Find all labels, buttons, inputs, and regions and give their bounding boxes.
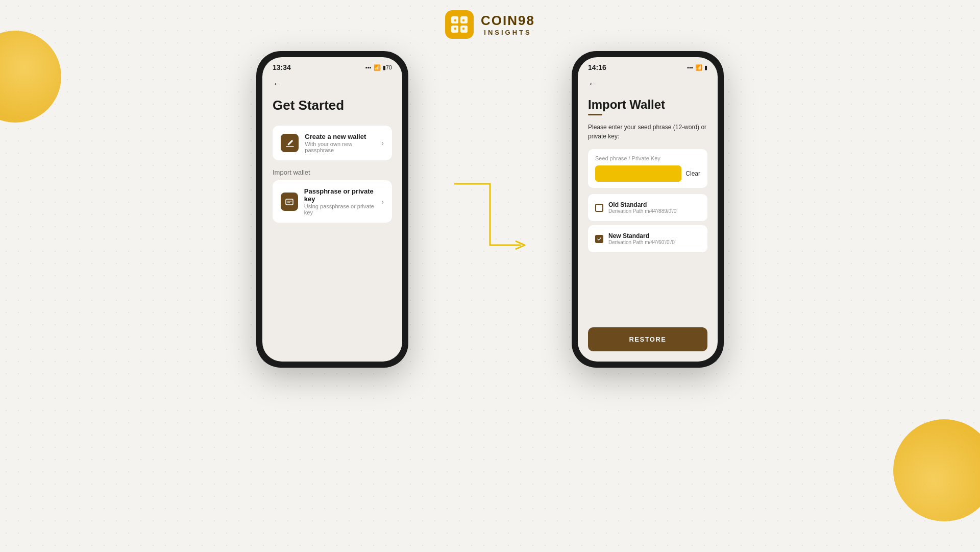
create-wallet-subtitle: With your own new passphrase — [305, 141, 381, 153]
battery-icon: ▮70 — [383, 64, 392, 71]
svg-rect-7 — [462, 28, 464, 30]
deco-circle-left — [0, 31, 61, 123]
old-standard-path: Derivation Path m/44'/889/0'/0' — [608, 208, 677, 214]
create-wallet-title: Create a new wallet — [305, 133, 381, 140]
seed-input-label: Seed phrase / Private Key — [595, 155, 700, 161]
svg-rect-8 — [286, 199, 293, 205]
phone-import-wallet: 14:16 ▪▪▪ 📶 ▮ ← Import Wallet Please ent… — [572, 51, 724, 368]
wifi-icon-2: 📶 — [695, 64, 702, 71]
phone1-content: ← Get Started Create a new wallet — [262, 75, 402, 362]
new-standard-option[interactable]: New Standard Derivation Path m/44'/60'/0… — [588, 225, 707, 252]
phone1-screen: 13:34 ▪▪▪ 📶 ▮70 ← Get Started — [262, 57, 402, 362]
phone2-content: ← Import Wallet Please enter your seed p… — [578, 75, 718, 362]
wifi-icon: 📶 — [374, 64, 381, 71]
phone2-page-title: Import Wallet — [588, 98, 707, 112]
signal-icon: ▪▪▪ — [365, 64, 372, 70]
arrow-connector — [449, 153, 531, 266]
import-description: Please enter your seed phrase (12-word) … — [588, 123, 707, 141]
logo-icon — [445, 10, 474, 39]
phone1-time: 13:34 — [273, 63, 291, 71]
create-wallet-chevron: › — [381, 139, 384, 147]
phone2-status-bar: 14:16 ▪▪▪ 📶 ▮ — [578, 57, 718, 75]
new-standard-checkbox[interactable] — [595, 235, 603, 243]
battery-icon-2: ▮ — [704, 64, 707, 71]
phones-container: 13:34 ▪▪▪ 📶 ▮70 ← Get Started — [256, 51, 724, 368]
old-standard-label: Old Standard — [608, 201, 677, 208]
passphrase-item[interactable]: Passphrase or private key Using passphra… — [273, 180, 392, 223]
seed-phrase-container: Seed phrase / Private Key Clear — [588, 149, 707, 188]
signal-icon-2: ▪▪▪ — [687, 64, 693, 70]
clear-button[interactable]: Clear — [685, 170, 700, 177]
svg-rect-6 — [454, 28, 456, 30]
old-standard-checkbox[interactable] — [595, 204, 603, 212]
old-standard-text: Old Standard Derivation Path m/44'/889/0… — [608, 201, 677, 214]
phone1-status-bar: 13:34 ▪▪▪ 📶 ▮70 — [262, 57, 402, 75]
create-wallet-text: Create a new wallet With your own new pa… — [305, 133, 381, 153]
logo-insights-label: INSIGHTS — [481, 29, 535, 36]
phone-get-started: 13:34 ▪▪▪ 📶 ▮70 ← Get Started — [256, 51, 408, 368]
title-underline — [588, 114, 602, 115]
create-wallet-item[interactable]: Create a new wallet With your own new pa… — [273, 126, 392, 160]
phone1-page-title: Get Started — [273, 98, 392, 113]
seed-input-row: Clear — [595, 165, 700, 182]
passphrase-subtitle: Using passphrase or private key — [304, 203, 381, 215]
logo-text: COIN98 INSIGHTS — [481, 13, 535, 36]
old-standard-option[interactable]: Old Standard Derivation Path m/44'/889/0… — [588, 194, 707, 221]
restore-button[interactable]: RESTORE — [588, 327, 707, 351]
passphrase-chevron: › — [381, 198, 384, 206]
phone2-status-icons: ▪▪▪ 📶 ▮ — [687, 64, 707, 71]
phone2-back-button[interactable]: ← — [588, 79, 597, 89]
header: COIN98 INSIGHTS — [445, 10, 535, 39]
svg-rect-5 — [462, 19, 464, 21]
seed-input-field[interactable] — [595, 165, 681, 182]
passphrase-title: Passphrase or private key — [304, 187, 381, 203]
new-standard-label: New Standard — [608, 232, 676, 239]
passphrase-left: Passphrase or private key Using passphra… — [281, 187, 381, 215]
create-wallet-icon — [281, 134, 299, 152]
phone2-screen: 14:16 ▪▪▪ 📶 ▮ ← Import Wallet Please ent… — [578, 57, 718, 362]
create-wallet-left: Create a new wallet With your own new pa… — [281, 133, 381, 153]
passphrase-text: Passphrase or private key Using passphra… — [304, 187, 381, 215]
deco-circle-right — [893, 419, 980, 521]
phone2-time: 14:16 — [588, 63, 606, 71]
import-section-label: Import wallet — [273, 169, 392, 176]
logo-coin98-label: COIN98 — [481, 13, 535, 29]
new-standard-path: Derivation Path m/44'/60'/0'/0' — [608, 239, 676, 245]
phone1-back-button[interactable]: ← — [273, 79, 282, 89]
passphrase-icon — [281, 193, 298, 211]
phone1-status-icons: ▪▪▪ 📶 ▮70 — [365, 64, 392, 71]
new-standard-text: New Standard Derivation Path m/44'/60'/0… — [608, 232, 676, 245]
svg-rect-4 — [454, 19, 456, 21]
